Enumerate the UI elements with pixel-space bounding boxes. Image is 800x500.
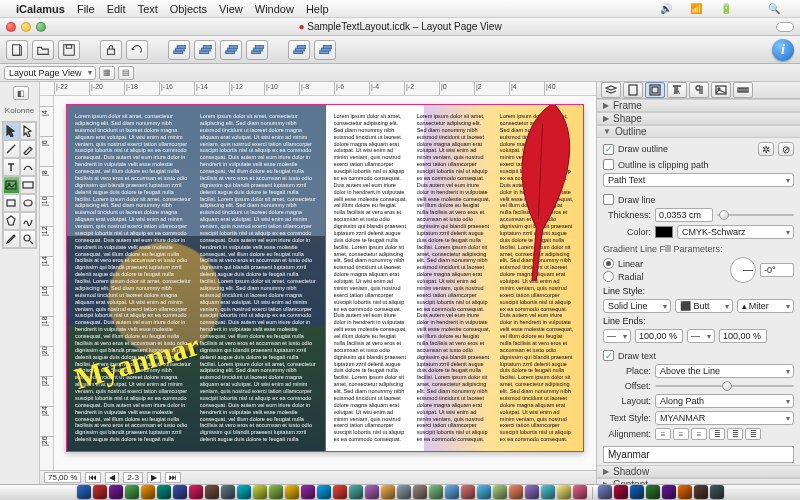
lineend-right-scale[interactable]: 100,00 % (719, 329, 767, 343)
tool-pen[interactable] (20, 140, 37, 158)
inspector-tab-layers[interactable] (601, 82, 621, 98)
window-minimize-button[interactable] (21, 22, 31, 32)
outline-options-button[interactable]: ✲ (758, 142, 774, 156)
menu-objects[interactable]: Objects (170, 3, 207, 15)
dock-app-4[interactable] (141, 485, 155, 499)
toolbar-stack2-button[interactable] (194, 40, 216, 60)
lineend-right-style[interactable]: — (687, 329, 715, 343)
clipping-path-checkbox[interactable] (603, 159, 614, 170)
dock-app-20[interactable] (397, 485, 411, 499)
window-close-button[interactable] (6, 22, 16, 32)
zoom-field[interactable]: 75,00 % (44, 472, 81, 483)
view-mode-select[interactable]: Layout Page View (4, 66, 96, 80)
dock-app-33[interactable] (614, 485, 628, 499)
menu-view[interactable]: View (219, 3, 243, 15)
toolbar-refresh-button[interactable] (126, 40, 148, 60)
dock-app-22[interactable] (429, 485, 443, 499)
menu-edit[interactable]: Edit (107, 3, 126, 15)
dock-app-30[interactable] (557, 485, 571, 499)
dock-app-21[interactable] (413, 485, 427, 499)
dock-app-0[interactable] (77, 485, 91, 499)
dock-app-7[interactable] (189, 485, 203, 499)
dock-app-34[interactable] (630, 485, 644, 499)
tool-direct-select[interactable] (20, 122, 37, 140)
toolbar-new-doc-button[interactable] (6, 40, 28, 60)
thickness-slider[interactable] (717, 210, 794, 220)
window-zoom-button[interactable] (36, 22, 46, 32)
page-first-button[interactable]: ⏮ (85, 472, 101, 483)
path-text-input[interactable]: Myanmar (603, 446, 794, 463)
dock-app-27[interactable] (509, 485, 523, 499)
dock-app-24[interactable] (461, 485, 475, 499)
page-number-field[interactable]: 2-3 (123, 472, 143, 483)
page-left[interactable]: Lorem ipsum dolor sit amet, consectetur … (66, 104, 325, 452)
dock-app-13[interactable] (285, 485, 299, 499)
page-last-button[interactable]: ⏭ (165, 472, 181, 483)
outline-options2-button[interactable]: ⊘ (778, 142, 794, 156)
color-swatch[interactable] (655, 226, 673, 238)
dock-app-36[interactable] (662, 485, 676, 499)
toolbar-info-button[interactable]: i (772, 39, 794, 61)
mode-grid2-button[interactable]: ▤ (118, 66, 134, 80)
page-viewport[interactable]: Lorem ipsum dolor sit amet, consectetur … (54, 96, 596, 470)
menubar-wifi-icon[interactable]: 📶 (690, 3, 702, 14)
gradient-radial-radio[interactable] (603, 271, 614, 282)
linestyle-select[interactable]: Solid Line (603, 299, 671, 313)
section-shape-header[interactable]: ▶Shape (597, 112, 800, 125)
menubar-spotlight-icon[interactable]: 🔍 (768, 3, 780, 14)
toolbar-stack3-button[interactable] (220, 40, 242, 60)
dock-app-17[interactable] (349, 485, 363, 499)
dock-app-19[interactable] (381, 485, 395, 499)
dock-app-8[interactable] (205, 485, 219, 499)
page-prev-button[interactable]: ◀ (105, 472, 119, 483)
align-justify-button[interactable]: ≣ (709, 428, 725, 440)
dock-app-23[interactable] (445, 485, 459, 499)
tool-ellipse[interactable] (20, 194, 37, 212)
menubar-volume-icon[interactable]: 🔊 (660, 3, 672, 14)
menubar-battery-icon[interactable]: 🔋 (720, 3, 732, 14)
tool-eyedropper[interactable] (3, 230, 20, 248)
toolbar-stack4-button[interactable] (246, 40, 268, 60)
dock-app-5[interactable] (157, 485, 171, 499)
tool-image[interactable] (3, 176, 20, 194)
menu-text[interactable]: Text (138, 3, 158, 15)
window-toolbar-toggle[interactable] (776, 22, 794, 32)
inspector-tab-paragraph[interactable] (689, 82, 709, 98)
toolbar-stack1-button[interactable] (168, 40, 190, 60)
draw-line-checkbox[interactable] (603, 194, 614, 205)
menu-window[interactable]: Window (255, 3, 294, 15)
tool-polygon[interactable] (3, 212, 20, 230)
gradient-linear-radio[interactable] (603, 258, 614, 269)
tool-line[interactable] (3, 140, 20, 158)
dock-app-39[interactable] (710, 485, 724, 499)
dock-app-6[interactable] (173, 485, 187, 499)
section-frame-header[interactable]: ▶Frame (597, 99, 800, 112)
align-opt6-button[interactable]: ≣ (745, 428, 761, 440)
left-collapse-button[interactable]: ◧ (13, 86, 29, 100)
inspector-tab-measure[interactable] (733, 82, 753, 98)
dock-app-10[interactable] (237, 485, 251, 499)
toolbar-open-button[interactable] (32, 40, 54, 60)
menu-help[interactable]: Help (306, 3, 329, 15)
dock-app-14[interactable] (301, 485, 315, 499)
tool-text-path[interactable] (20, 158, 37, 176)
dock-app-12[interactable] (269, 485, 283, 499)
dock-app-3[interactable] (125, 485, 139, 499)
dock-app-9[interactable] (221, 485, 235, 499)
toolbar-stack6-button[interactable] (314, 40, 336, 60)
path-mode-select[interactable]: Path Text (603, 173, 794, 187)
dock-app-38[interactable] (694, 485, 708, 499)
draw-outline-checkbox[interactable]: ✓ (603, 144, 614, 155)
dock-app-1[interactable] (93, 485, 107, 499)
menu-file[interactable]: File (77, 3, 95, 15)
toolbar-stack5-button[interactable] (288, 40, 310, 60)
color-select[interactable]: CMYK-Schwarz (677, 225, 794, 239)
linejoin-select[interactable]: ▴Miter (737, 299, 794, 313)
layout-select[interactable]: Along Path (655, 394, 794, 408)
page-next-button[interactable]: ▶ (147, 472, 161, 483)
offset-slider[interactable] (655, 381, 794, 391)
tool-gradient[interactable] (20, 176, 37, 194)
tool-pointer[interactable] (3, 122, 20, 140)
inspector-tab-text[interactable]: A (667, 82, 687, 98)
inspector-tab-image[interactable] (711, 82, 731, 98)
